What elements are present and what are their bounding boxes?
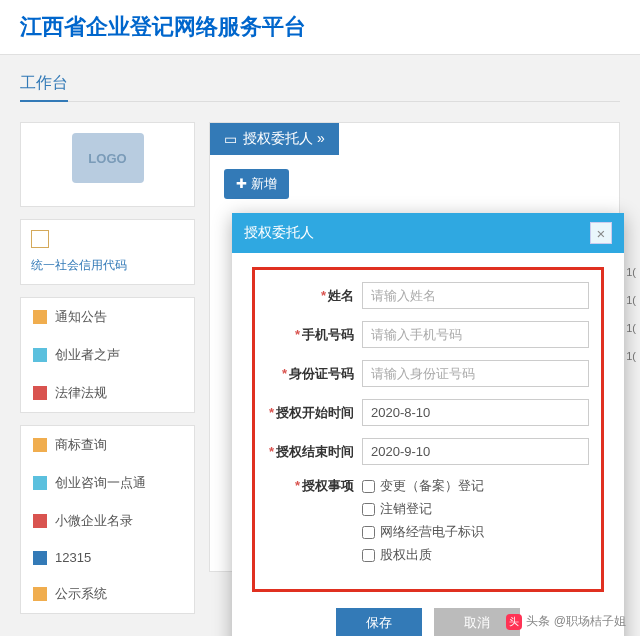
close-icon[interactable]: × xyxy=(590,222,612,244)
notice-icon xyxy=(33,310,47,324)
consult-icon xyxy=(33,476,47,490)
toutiao-icon: 头 xyxy=(506,614,522,630)
sme-icon xyxy=(33,514,47,528)
id-input[interactable] xyxy=(362,360,589,387)
nav-group-1: 通知公告 创业者之声 法律法规 xyxy=(20,297,195,413)
workspace-title: 工作台 xyxy=(20,73,68,102)
checkbox-change[interactable] xyxy=(362,480,375,493)
panel-title: ▭ 授权委托人 » xyxy=(210,123,339,155)
edge-numbers: 1(1(1(1( xyxy=(626,258,636,370)
start-date-input[interactable] xyxy=(362,399,589,426)
voice-icon xyxy=(33,348,47,362)
nav-publicity[interactable]: 公示系统 xyxy=(21,575,194,613)
publicity-icon xyxy=(33,587,47,601)
sidebar: 统一社会信用代码 通知公告 创业者之声 法律法规 商标查询 创业咨询一点通 小微… xyxy=(20,122,195,614)
form-highlight: *姓名 *手机号码 *身份证号码 *授权开始时间 *授权结束时间 *授权事项 xyxy=(252,267,604,592)
nav-law[interactable]: 法律法规 xyxy=(21,374,194,412)
hotline-icon xyxy=(33,551,47,565)
start-date-label: *授权开始时间 xyxy=(267,404,362,422)
matters-label: *授权事项 xyxy=(267,477,362,495)
subheader: 工作台 xyxy=(0,55,640,110)
trademark-icon xyxy=(33,438,47,452)
checkbox-eid[interactable] xyxy=(362,526,375,539)
nav-notice[interactable]: 通知公告 xyxy=(21,298,194,336)
nav-group-2: 商标查询 创业咨询一点通 小微企业名录 12315 公示系统 xyxy=(20,425,195,614)
phone-label: *手机号码 xyxy=(267,326,362,344)
law-icon xyxy=(33,386,47,400)
nav-12315[interactable]: 12315 xyxy=(21,540,194,575)
checkbox-cancel[interactable] xyxy=(362,503,375,516)
credential-card: 统一社会信用代码 xyxy=(20,219,195,285)
app-header: 江西省企业登记网络服务平台 xyxy=(0,0,640,55)
name-input[interactable] xyxy=(362,282,589,309)
add-button[interactable]: ✚ 新增 xyxy=(224,169,289,199)
matter-cancel[interactable]: 注销登记 xyxy=(362,500,589,518)
watermark: 头 头条 @职场桔子姐 xyxy=(506,613,626,630)
id-label: *身份证号码 xyxy=(267,365,362,383)
matter-equity[interactable]: 股权出质 xyxy=(362,546,589,564)
modal-header: 授权委托人 × xyxy=(232,213,624,253)
save-button[interactable]: 保存 xyxy=(336,608,422,636)
stamp-icon xyxy=(31,230,49,248)
nav-consult[interactable]: 创业咨询一点通 xyxy=(21,464,194,502)
matter-eid[interactable]: 网络经营电子标识 xyxy=(362,523,589,541)
auth-delegate-modal: 授权委托人 × *姓名 *手机号码 *身份证号码 *授权开始时间 *授权结束时间 xyxy=(232,213,624,636)
name-label: *姓名 xyxy=(267,287,362,305)
logo-card xyxy=(20,122,195,207)
nav-trademark[interactable]: 商标查询 xyxy=(21,426,194,464)
end-date-label: *授权结束时间 xyxy=(267,443,362,461)
matter-change[interactable]: 变更（备案）登记 xyxy=(362,477,589,495)
card-icon: ▭ xyxy=(224,131,237,147)
nav-voice[interactable]: 创业者之声 xyxy=(21,336,194,374)
app-title: 江西省企业登记网络服务平台 xyxy=(20,12,620,42)
nav-sme[interactable]: 小微企业名录 xyxy=(21,502,194,540)
matters-list: 变更（备案）登记 注销登记 网络经营电子标识 股权出质 xyxy=(362,477,589,569)
phone-input[interactable] xyxy=(362,321,589,348)
credential-label: 统一社会信用代码 xyxy=(31,257,184,274)
checkbox-equity[interactable] xyxy=(362,549,375,562)
logo-icon xyxy=(72,133,144,183)
end-date-input[interactable] xyxy=(362,438,589,465)
modal-title: 授权委托人 xyxy=(244,224,314,242)
